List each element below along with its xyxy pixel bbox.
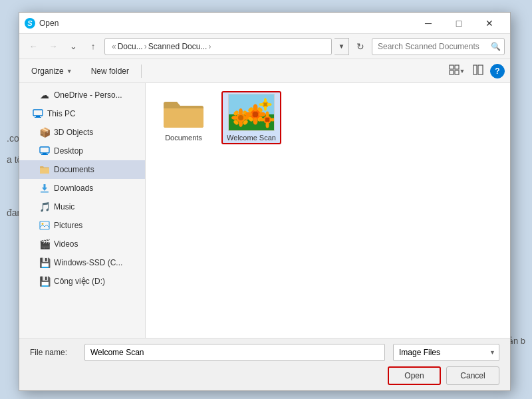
- sidebar-item-onedrive[interactable]: ☁ OneDrive - Perso...: [19, 86, 145, 104]
- file-area: Documents: [146, 83, 510, 338]
- organize-arrow-icon: ▼: [66, 68, 72, 74]
- open-dialog: S Open ─ □ ✕ ← → ⌄ ↑ « Docu... › Scanned…: [19, 12, 511, 391]
- title-bar-buttons: ─ □ ✕: [413, 13, 505, 34]
- sidebar-item-downloads[interactable]: Downloads: [19, 179, 145, 198]
- svg-point-18: [238, 115, 243, 120]
- svg-point-21: [231, 116, 238, 120]
- svg-rect-3: [455, 70, 459, 74]
- organize-button[interactable]: Organize ▼: [25, 62, 79, 80]
- file-item-welcome-scan[interactable]: Welcome Scan: [221, 91, 281, 144]
- sidebar-item-label-pictures: Pictures: [54, 221, 82, 230]
- sidebar-item-congviec[interactable]: 💾 Công việc (D:): [19, 272, 145, 291]
- svg-rect-1: [455, 65, 459, 69]
- up-button[interactable]: ↑: [84, 38, 102, 55]
- maximize-button[interactable]: □: [444, 13, 474, 34]
- welcome-scan-label: Welcome Scan: [227, 134, 276, 142]
- toolbar-separator: [141, 65, 142, 78]
- sidebar-item-thispc[interactable]: This PC: [19, 104, 145, 123]
- svg-rect-10: [43, 153, 47, 154]
- search-button[interactable]: 🔍: [487, 38, 504, 55]
- sidebar-item-label-3dobjects: 3D Objects: [54, 128, 93, 137]
- svg-point-30: [253, 118, 258, 125]
- toolbar-right: ▼ ?: [448, 62, 505, 80]
- svg-point-31: [245, 112, 253, 117]
- svg-point-44: [263, 102, 267, 106]
- sidebar-inner: ☁ OneDrive - Perso... This PC 📦: [19, 83, 145, 293]
- svg-point-47: [259, 103, 264, 106]
- new-folder-button[interactable]: New folder: [84, 62, 136, 80]
- dialog-title: Open: [39, 19, 413, 28]
- address-path[interactable]: « Docu... › Scanned Docu... ›: [104, 38, 332, 55]
- sidebar-item-label-windowsssd: Windows-SSD (C...: [54, 258, 122, 267]
- sidebar-item-label-thispc: This PC: [47, 109, 76, 118]
- help-label: ?: [495, 66, 499, 76]
- sidebar-item-desktop[interactable]: Desktop: [19, 142, 145, 160]
- title-bar: S Open ─ □ ✕: [19, 13, 510, 34]
- documents-folder-label: Documents: [165, 134, 202, 142]
- open-button[interactable]: Open: [388, 366, 441, 385]
- filename-row: File name: Image Files All Files JPEG Fi…: [30, 344, 499, 361]
- sidebar-item-music[interactable]: 🎵 Music: [19, 198, 145, 216]
- sidebar-item-videos[interactable]: 🎬 Videos: [19, 235, 145, 253]
- new-folder-label: New folder: [91, 66, 129, 76]
- sidebar-item-label-documents: Documents: [54, 165, 94, 174]
- sidebar-item-documents[interactable]: Documents: [19, 160, 145, 179]
- svg-point-39: [266, 112, 269, 118]
- dropdown-nav-button[interactable]: ⌄: [65, 38, 82, 55]
- minimize-button[interactable]: ─: [413, 13, 444, 34]
- svg-point-48: [267, 103, 272, 106]
- forward-button[interactable]: →: [45, 38, 62, 55]
- svg-point-29: [253, 104, 258, 112]
- documents-folder-thumbnail: [160, 94, 207, 131]
- refresh-button[interactable]: ↻: [352, 38, 369, 55]
- filename-input[interactable]: [84, 344, 385, 361]
- svg-point-38: [265, 118, 270, 122]
- pane-button[interactable]: [469, 62, 487, 80]
- congviec-icon: 💾: [39, 276, 50, 287]
- svg-point-46: [264, 106, 267, 111]
- svg-rect-0: [450, 65, 454, 69]
- 3dobjects-icon: 📦: [39, 127, 50, 138]
- organize-label: Organize: [31, 66, 64, 76]
- sidebar-item-label-music: Music: [54, 202, 74, 211]
- svg-rect-5: [478, 65, 483, 74]
- file-item-documents[interactable]: Documents: [154, 91, 213, 144]
- search-box: 🔍: [372, 38, 505, 55]
- svg-rect-8: [35, 117, 41, 118]
- svg-point-20: [239, 120, 243, 127]
- main-content: ☁ OneDrive - Perso... This PC 📦: [19, 83, 510, 338]
- music-icon: 🎵: [39, 201, 50, 212]
- path-arrow-2: ›: [208, 42, 211, 51]
- toolbar: Organize ▼ New folder ▼: [19, 59, 510, 83]
- pictures-icon: [39, 220, 50, 231]
- sidebar-item-windowsssd[interactable]: 💾 Windows-SSD (C...: [19, 253, 145, 272]
- svg-rect-6: [33, 110, 43, 116]
- cancel-button[interactable]: Cancel: [446, 366, 499, 385]
- close-button[interactable]: ✕: [474, 13, 505, 34]
- dialog-icon: S: [25, 18, 35, 29]
- svg-point-28: [253, 112, 259, 118]
- view-toggle-button[interactable]: ▼: [448, 62, 466, 80]
- svg-rect-7: [36, 116, 40, 117]
- filename-label: File name:: [30, 348, 76, 357]
- sidebar-item-label-onedrive: OneDrive - Perso...: [54, 90, 122, 100]
- back-button[interactable]: ←: [25, 38, 42, 55]
- filetype-wrapper: Image Files All Files JPEG Files PNG Fil…: [393, 344, 499, 361]
- view-dropdown-icon: ▼: [460, 68, 466, 74]
- welcome-scan-thumbnail: [228, 94, 275, 131]
- svg-rect-13: [40, 221, 49, 229]
- sidebar-item-3dobjects[interactable]: 📦 3D Objects: [19, 123, 145, 142]
- bottom-bar: File name: Image Files All Files JPEG Fi…: [19, 338, 510, 390]
- svg-point-40: [266, 122, 269, 128]
- path-segment-2: Scanned Docu...: [148, 42, 207, 51]
- sidebar-item-label-congviec: Công việc (D:): [54, 277, 105, 286]
- windowsssd-icon: 💾: [39, 257, 50, 268]
- filetype-select[interactable]: Image Files All Files JPEG Files PNG Fil…: [393, 344, 499, 361]
- thispc-icon: [33, 108, 43, 119]
- path-dropdown-button[interactable]: ▼: [334, 38, 349, 55]
- search-input[interactable]: [372, 42, 487, 51]
- sidebar-item-label-desktop: Desktop: [54, 146, 83, 156]
- buttons-row: Open Cancel: [30, 366, 499, 385]
- sidebar-item-pictures[interactable]: Pictures: [19, 216, 145, 235]
- help-button[interactable]: ?: [490, 64, 505, 78]
